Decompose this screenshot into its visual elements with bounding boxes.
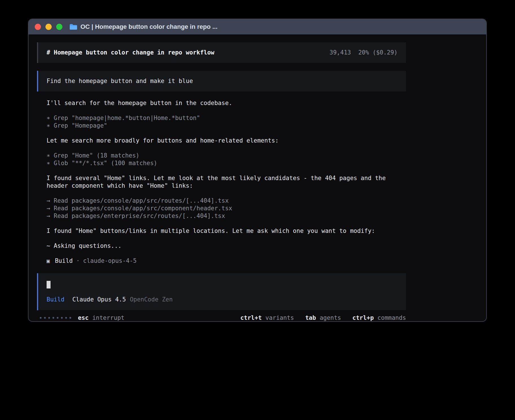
window-title: OC | Homepage button color change in rep… <box>80 23 217 30</box>
traffic-lights <box>35 24 62 30</box>
input-footer: Build Claude Opus 4.5 OpenCode Zen <box>47 296 398 303</box>
zoom-button[interactable] <box>56 24 62 30</box>
agent-separator: · <box>76 257 80 265</box>
folder-icon <box>69 24 77 30</box>
asking-status: ~ Asking questions... <box>37 242 406 250</box>
tool-call-glob: ∗ Glob "**/*.tsx" (100 matches) <box>47 159 406 167</box>
hint-commands: ctrl+p commands <box>352 314 406 321</box>
tool-call-group: ∗ Grep "Home" (18 matches) ∗ Glob "**/*.… <box>37 152 406 167</box>
esc-key-label: interrupt <box>92 314 125 321</box>
context-usage: 20% ($0.29) <box>358 49 398 56</box>
tool-call-group: → Read packages/console/app/src/routes/[… <box>37 197 406 220</box>
assistant-text: I found "Home" buttons/links in multiple… <box>37 227 406 235</box>
session-header: # Homepage button color change in repo w… <box>37 42 406 63</box>
prompt-input[interactable]: Build Claude Opus 4.5 OpenCode Zen <box>37 273 406 310</box>
text-cursor <box>47 281 51 288</box>
provider-name: OpenCode Zen <box>130 296 173 303</box>
tool-call-grep-2: ∗ Grep "Homepage" <box>47 122 406 130</box>
tool-call-grep-1: ∗ Grep "homepage|home.*button|Home.*butt… <box>47 114 406 122</box>
token-count: 39,413 <box>329 49 351 56</box>
terminal-body: # Homepage button color change in repo w… <box>29 34 486 321</box>
agent-status-line: ▣ Build · claude-opus-4-5 <box>37 257 406 265</box>
agent-name: Build <box>55 257 73 265</box>
tool-call-group: ∗ Grep "homepage|home.*button|Home.*butt… <box>37 114 406 130</box>
terminal-window: OC | Homepage button color change in rep… <box>28 19 487 322</box>
tool-call-read-1: → Read packages/console/app/src/routes/[… <box>47 197 406 205</box>
tool-call-grep-3: ∗ Grep "Home" (18 matches) <box>47 152 406 159</box>
tool-call-read-2: → Read packages/console/app/src/componen… <box>47 205 406 212</box>
tool-call-read-3: → Read packages/enterprise/src/routes/[.… <box>47 212 406 220</box>
assistant-text: I'll search for the homepage button in t… <box>37 99 406 107</box>
user-message: Find the homepage button and make it blu… <box>37 71 406 91</box>
user-message-text: Find the homepage button and make it blu… <box>47 78 193 84</box>
close-button[interactable] <box>35 24 41 30</box>
session-stats: 39,413 20% ($0.29) <box>329 49 398 56</box>
hint-agents: tab agents <box>305 314 341 321</box>
assistant-text: I found several "Home" links. Let me loo… <box>37 174 406 190</box>
mode-indicator[interactable]: Build <box>47 296 64 303</box>
model-name: Claude Opus 4.5 <box>72 296 126 303</box>
agent-icon: ▣ <box>47 257 50 265</box>
window-titlebar[interactable]: OC | Homepage button color change in rep… <box>29 19 486 34</box>
assistant-text: Let me search more broadly for buttons a… <box>37 137 406 145</box>
session-title: # Homepage button color change in repo w… <box>47 49 214 56</box>
esc-key-hint: esc <box>78 314 89 321</box>
minimize-button[interactable] <box>45 24 52 30</box>
hint-variants: ctrl+t variants <box>240 314 294 321</box>
spinner-dots-icon <box>40 317 71 319</box>
status-bar: esc interrupt ctrl+t variants tab agents… <box>37 314 406 321</box>
agent-model: claude-opus-4-5 <box>83 257 137 265</box>
